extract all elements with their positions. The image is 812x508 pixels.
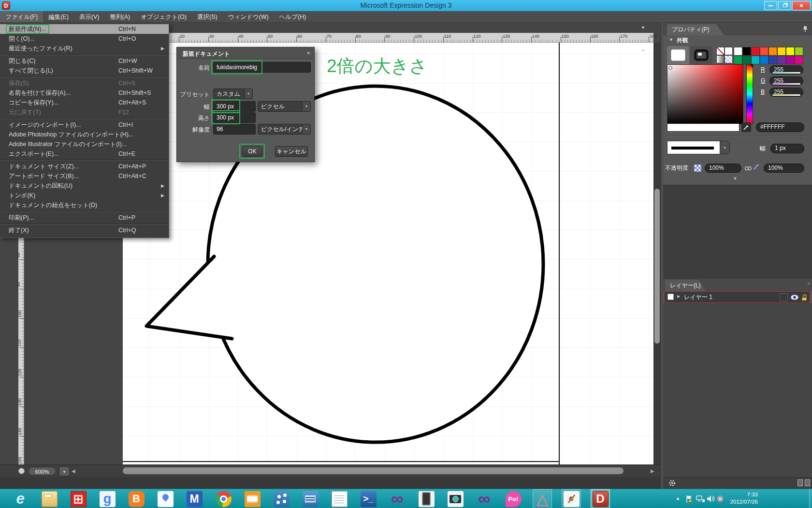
- blogger-icon[interactable]: B: [127, 489, 146, 508]
- color-swatch[interactable]: [734, 56, 742, 64]
- color-swatch[interactable]: [777, 47, 786, 56]
- internet-explorer-icon[interactable]: e: [11, 489, 30, 508]
- close-button[interactable]: ×: [792, 1, 811, 10]
- zoom-level-field[interactable]: 600%: [28, 467, 56, 476]
- model3d-app-icon[interactable]: △: [533, 489, 552, 508]
- new-layer-icon[interactable]: [798, 479, 803, 486]
- file-menu-item[interactable]: ドキュメントの回転(U)▶: [0, 181, 169, 191]
- color-swatch[interactable]: [734, 47, 742, 56]
- tab-properties[interactable]: プロパティ(P): [667, 24, 724, 35]
- volume-icon[interactable]: [707, 495, 715, 505]
- expand-panel-chevron-icon[interactable]: ▼: [728, 176, 742, 182]
- horizontal-scrollbar-thumb[interactable]: [123, 467, 624, 474]
- scroll-up-icon[interactable]: ▲: [641, 47, 645, 52]
- restore-button[interactable]: [778, 1, 791, 10]
- link-icon[interactable]: [744, 165, 752, 172]
- pin-icon[interactable]: [802, 26, 808, 34]
- scroll-left-icon[interactable]: ◀: [72, 468, 75, 474]
- appearance-section-header[interactable]: ▼ 外観: [663, 35, 812, 45]
- file-menu-item[interactable]: 閉じる(C)Ctrl+W: [0, 56, 169, 66]
- visibility-eye-icon[interactable]: [790, 294, 799, 302]
- pattern-swatch[interactable]: [725, 55, 733, 63]
- control-panel-icon[interactable]: [301, 489, 320, 508]
- paint-icon[interactable]: [562, 489, 581, 508]
- po-app-icon[interactable]: Po!: [504, 489, 523, 508]
- file-menu-item[interactable]: 印刷(P)...Ctrl+P: [0, 213, 169, 223]
- menubar-item[interactable]: ウィンドウ(W): [223, 11, 274, 22]
- name-input[interactable]: fukidasimorebig: [213, 62, 311, 73]
- expression-design-icon[interactable]: D: [591, 489, 610, 508]
- file-menu-item[interactable]: 開く(O)...Ctrl+O: [0, 34, 169, 44]
- color-swatch[interactable]: [760, 56, 768, 64]
- menubar-item[interactable]: 表示(V): [74, 11, 105, 22]
- color-picker-marker[interactable]: [668, 66, 672, 70]
- fill-selector-button[interactable]: [667, 46, 689, 64]
- file-menu-item[interactable]: Adobe Photoshop ファイルのインポート(H)...: [0, 130, 169, 139]
- color-swatch[interactable]: [760, 47, 768, 56]
- visual-studio-icon-2[interactable]: ∞: [475, 489, 494, 508]
- chevron-down-icon[interactable]: ▾: [302, 102, 310, 111]
- file-menu-item[interactable]: 新規作成(N)...Ctrl+N: [0, 24, 169, 34]
- clock[interactable]: 7:33 2012/07/26: [723, 491, 758, 506]
- dialog-close-icon[interactable]: ×: [306, 49, 310, 57]
- file-menu-item[interactable]: エクスポート(E)...Ctrl+E: [0, 149, 169, 159]
- solid-color-swatch[interactable]: [725, 47, 733, 55]
- vertical-scrollbar-thumb[interactable]: [654, 189, 660, 344]
- windows-tile-icon[interactable]: ⊞: [69, 489, 88, 508]
- expand-arrow-icon[interactable]: ▶: [677, 294, 680, 299]
- fill-opacity-field[interactable]: 100%: [705, 164, 741, 173]
- stroke-opacity-field[interactable]: 100%: [764, 164, 804, 173]
- menubar-item[interactable]: ヘルプ(H): [274, 11, 312, 22]
- tab-layers[interactable]: レイヤー(L): [665, 280, 706, 291]
- chevron-down-icon[interactable]: ▾: [302, 124, 310, 134]
- stroke-selector-button[interactable]: [690, 46, 712, 64]
- chevron-down-icon[interactable]: ▾: [244, 89, 252, 99]
- file-menu-item[interactable]: 最近使ったファイル(R)▶: [0, 44, 169, 53]
- action-center-flag-icon[interactable]: [685, 495, 694, 505]
- color-swatch[interactable]: [742, 56, 751, 64]
- notepad-icon[interactable]: [330, 489, 349, 508]
- menubar-item[interactable]: ファイル(F): [0, 11, 43, 22]
- layer-name[interactable]: レイヤー 1: [684, 293, 712, 301]
- layers-close-icon[interactable]: ×: [807, 281, 810, 286]
- stroke-width-field[interactable]: 1 px: [770, 144, 804, 153]
- file-menu-item[interactable]: 名前を付けて保存(A)...Ctrl+Shift+S: [0, 88, 169, 98]
- b-value-field[interactable]: 255: [769, 88, 803, 97]
- file-menu-item[interactable]: コピーを保存(Y)...Ctrl+Alt+S: [0, 98, 169, 107]
- display-globe-icon[interactable]: [446, 489, 465, 508]
- ok-button[interactable]: OK: [242, 146, 262, 157]
- g-value-field[interactable]: 255: [769, 76, 803, 86]
- lock-icon[interactable]: [801, 294, 808, 302]
- color-swatch[interactable]: [786, 47, 795, 56]
- collapse-down-icon[interactable]: ▼: [641, 25, 645, 30]
- no-color-swatch[interactable]: [716, 47, 725, 55]
- eyedropper-icon[interactable]: [741, 122, 751, 132]
- color-swatch[interactable]: [786, 56, 795, 64]
- width-input[interactable]: 300 px: [213, 101, 256, 112]
- brush-icon[interactable]: [753, 164, 760, 172]
- layer-color-swatch[interactable]: [667, 294, 674, 300]
- gradient-swatch[interactable]: [716, 55, 725, 63]
- r-value-field[interactable]: 255: [769, 65, 803, 75]
- file-explorer-icon[interactable]: [40, 489, 59, 508]
- file-menu-item[interactable]: ドキュメントの始点をセット(D): [0, 200, 169, 210]
- height-input[interactable]: 300 px: [213, 112, 256, 123]
- resolution-input[interactable]: 96: [213, 124, 256, 134]
- color-swatch[interactable]: [742, 47, 751, 56]
- file-menu-item[interactable]: ドキュメント サイズ(Z)...Ctrl+Alt+P: [0, 162, 169, 171]
- color-swatch[interactable]: [795, 56, 803, 64]
- powershell-icon[interactable]: >_: [359, 489, 378, 508]
- m-app-icon[interactable]: M: [185, 489, 204, 508]
- zoom-knob-icon[interactable]: [18, 468, 25, 474]
- menubar-item[interactable]: 選択(S): [192, 11, 223, 22]
- zoom-dropdown-button[interactable]: ▾: [59, 466, 70, 476]
- color-picker-area[interactable]: [667, 64, 743, 124]
- menubar-item[interactable]: 編集(E): [43, 11, 74, 22]
- color-swatch[interactable]: [795, 47, 803, 56]
- gear-icon[interactable]: [668, 479, 676, 489]
- cancel-button[interactable]: キャンセル: [275, 146, 308, 157]
- delete-layer-icon[interactable]: [805, 479, 810, 486]
- file-menu-item[interactable]: Adobe Illustrator ファイルのインポート(I)...: [0, 139, 169, 149]
- file-menu-item[interactable]: トンボ(K)▶: [0, 191, 169, 200]
- resolution-unit-select[interactable]: ピクセル/インチ ▾: [258, 124, 311, 134]
